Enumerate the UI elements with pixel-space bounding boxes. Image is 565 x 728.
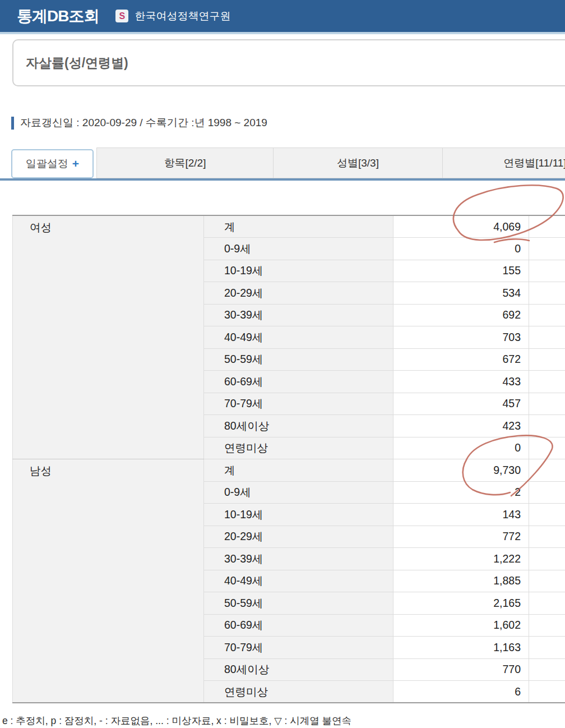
empty-cell: [529, 614, 565, 637]
tab-age[interactable]: 연령별[11/11]: [443, 148, 565, 178]
value-cell: 672: [393, 348, 529, 371]
value-cell: 457: [393, 393, 529, 415]
tab-items[interactable]: 항목[2/2]: [96, 148, 274, 178]
value-cell: 6: [393, 681, 529, 703]
batch-setting-button[interactable]: 일괄설정 +: [11, 149, 94, 178]
age-label: 30-39세: [204, 548, 393, 570]
value-cell: 155: [393, 260, 529, 282]
value-cell: 0: [393, 238, 529, 260]
tab-strip: 항목[2/2] 성별[3/3] 연령별[11/11]: [96, 148, 565, 178]
age-label: 70-79세: [204, 393, 393, 415]
empty-cell: [529, 592, 565, 615]
empty-cell: [529, 348, 565, 371]
tab-underline: [0, 178, 565, 181]
empty-cell: [529, 459, 565, 482]
empty-cell: [529, 681, 565, 703]
age-label: 계: [204, 459, 393, 482]
plus-icon: +: [72, 157, 79, 171]
value-cell: 9,730: [393, 459, 529, 482]
age-label: 40-49세: [204, 326, 393, 349]
age-label: 20-29세: [204, 282, 393, 305]
value-cell: 692: [393, 304, 529, 326]
table-row: 남성계9,730: [13, 459, 565, 482]
age-label: 80세이상: [204, 658, 393, 681]
age-label: 60-69세: [204, 614, 393, 637]
age-label: 연령미상: [204, 681, 393, 703]
age-label: 10-19세: [204, 260, 393, 282]
empty-cell: [529, 504, 565, 526]
empty-cell: [529, 658, 565, 681]
empty-cell: [529, 260, 565, 282]
empty-cell: [529, 637, 565, 659]
value-cell: 1,222: [393, 548, 529, 570]
empty-cell: [529, 437, 565, 459]
empty-cell: [529, 415, 565, 437]
empty-cell: [529, 238, 565, 260]
value-cell: 4,069: [393, 215, 529, 238]
age-label: 80세이상: [204, 415, 393, 437]
age-label: 10-19세: [204, 504, 393, 526]
empty-cell: [529, 282, 565, 305]
age-label: 70-79세: [204, 637, 393, 659]
value-cell: 703: [393, 326, 529, 349]
value-cell: 534: [393, 282, 529, 305]
dataset-title-panel: 자살률(성/연령별): [12, 39, 565, 86]
app-header: 통계DB조회 S 한국여성정책연구원: [0, 0, 565, 32]
age-label: 50-59세: [204, 592, 393, 615]
empty-cell: [529, 548, 565, 570]
age-label: 0-9세: [204, 238, 393, 260]
age-label: 0-9세: [204, 481, 393, 504]
empty-cell: [529, 371, 565, 393]
value-cell: 0: [393, 437, 529, 459]
empty-cell: [529, 326, 565, 349]
value-cell: 423: [393, 415, 529, 437]
value-cell: 433: [393, 371, 529, 393]
value-cell: 1,602: [393, 614, 529, 637]
table-row: 여성계4,069: [13, 215, 565, 238]
empty-cell: [529, 481, 565, 504]
batch-setting-label: 일괄설정: [26, 156, 68, 171]
data-table: 여성계4,0690-9세010-19세15520-29세53430-39세692…: [12, 215, 565, 703]
org-name: 한국여성정책연구원: [135, 9, 230, 24]
value-cell: 2: [393, 481, 529, 504]
accent-bar: [11, 117, 14, 130]
empty-cell: [529, 570, 565, 592]
empty-cell: [529, 215, 565, 238]
sex-group-label: 남성: [13, 459, 204, 703]
empty-cell: [529, 304, 565, 326]
value-cell: 2,165: [393, 592, 529, 615]
age-label: 40-49세: [204, 570, 393, 592]
value-cell: 1,885: [393, 570, 529, 592]
sex-group-label: 여성: [13, 215, 204, 459]
value-cell: 143: [393, 504, 529, 526]
update-info-text: 자료갱신일 : 2020-09-29 / 수록기간 :년 1998 ~ 2019: [20, 116, 267, 130]
org-logo-icon: S: [115, 10, 128, 22]
value-cell: 1,163: [393, 637, 529, 659]
value-cell: 772: [393, 526, 529, 548]
tab-bar: 일괄설정 + 항목[2/2] 성별[3/3] 연령별[11/11]: [0, 148, 565, 178]
app-title: 통계DB조회: [17, 6, 99, 27]
empty-cell: [529, 526, 565, 548]
empty-cell: [529, 393, 565, 415]
age-label: 20-29세: [204, 526, 393, 548]
data-table-wrap: 여성계4,0690-9세010-19세15520-29세53430-39세692…: [12, 215, 565, 703]
value-cell: 770: [393, 658, 529, 681]
update-info: 자료갱신일 : 2020-09-29 / 수록기간 :년 1998 ~ 2019: [11, 116, 267, 130]
page-title: 자살률(성/연령별): [26, 54, 128, 72]
tab-sex[interactable]: 성별[3/3]: [274, 148, 443, 178]
legend-text: e : 추정치, p : 잠정치, - : 자료없음, ... : 미상자료, …: [2, 714, 351, 727]
age-label: 30-39세: [204, 304, 393, 326]
data-table-body: 여성계4,0690-9세010-19세15520-29세53430-39세692…: [13, 215, 565, 703]
header-divider: [0, 32, 565, 34]
age-label: 50-59세: [204, 348, 393, 371]
age-label: 연령미상: [204, 437, 393, 459]
age-label: 60-69세: [204, 371, 393, 393]
age-label: 계: [204, 215, 393, 238]
